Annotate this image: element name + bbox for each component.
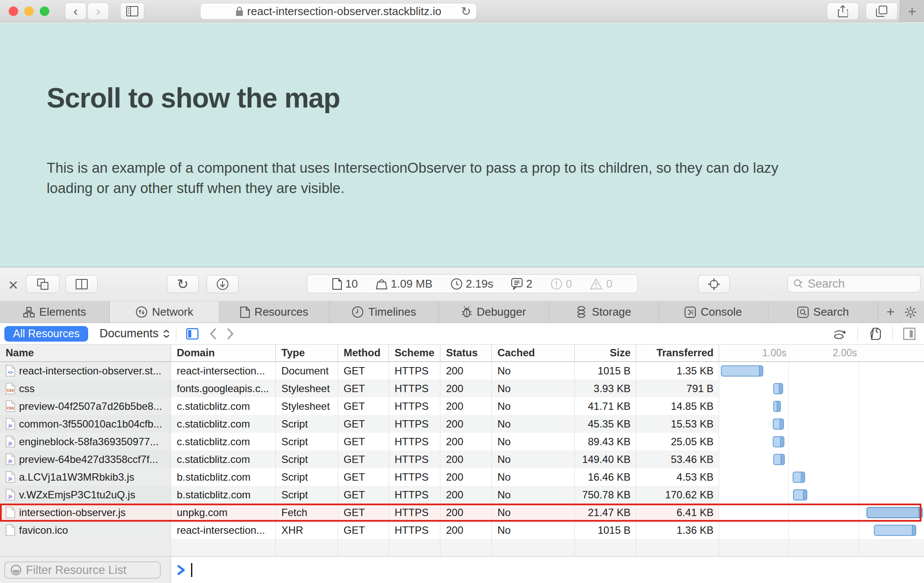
cell-domain[interactable]: b.staticblitz.com [171,468,276,486]
new-tab-button[interactable]: + [900,0,924,22]
tab-search[interactable]: Search [768,301,878,323]
waterfall-bar[interactable] [867,507,923,518]
cell-domain[interactable]: fonts.googleapis.c... [171,380,276,397]
cell-domain[interactable]: b.staticblitz.com [171,486,276,504]
cell-waterfall[interactable] [719,450,924,468]
download-button[interactable] [207,275,239,293]
cell-status[interactable]: 200 [440,397,492,415]
cell-cached[interactable]: No [492,415,575,433]
waterfall-bar[interactable] [773,454,785,465]
waterfall-bar[interactable] [874,525,916,536]
table-row[interactable]: jsengineblock-58fa369350977...c.staticbl… [0,433,924,450]
cell-scheme[interactable]: HTTPS [389,380,440,397]
cell-name[interactable]: favicon.ico [0,521,171,539]
reload-page-button[interactable]: ↻ [167,275,199,293]
cell-transferred[interactable]: 14.85 KB [636,397,719,415]
cell-status[interactable]: 200 [440,468,492,486]
cell-method[interactable]: GET [338,433,389,450]
cell-method[interactable]: GET [338,504,389,521]
cell-size[interactable]: 1015 B [575,521,636,539]
tab-elements[interactable]: Elements [0,301,110,323]
history-forward-button[interactable] [226,327,234,340]
cell-method[interactable]: GET [338,397,389,415]
add-panel-button[interactable]: + [886,304,895,320]
cell-cached[interactable]: No [492,521,575,539]
cell-cached[interactable]: No [492,362,575,380]
cell-size[interactable]: 21.47 KB [575,504,636,521]
dock-side-button[interactable] [66,275,98,293]
column-header-status[interactable]: Status [440,345,492,361]
zoom-window-button[interactable] [40,6,49,16]
cell-scheme[interactable]: HTTPS [389,468,440,486]
waterfall-bar[interactable] [793,489,807,501]
cell-type[interactable]: Stylesheet [276,397,338,415]
cell-waterfall[interactable] [719,380,924,397]
details-sidebar-toggle[interactable] [186,327,199,340]
cell-scheme[interactable]: HTTPS [389,362,440,380]
share-button[interactable] [827,3,859,20]
cell-size[interactable]: 16.46 KB [575,468,636,486]
cell-domain[interactable]: c.staticblitz.com [171,415,276,433]
cell-status[interactable]: 200 [440,362,492,380]
tab-overview-button[interactable] [866,3,898,20]
cell-transferred[interactable]: 15.53 KB [636,415,719,433]
cell-domain[interactable]: react-intersection... [171,521,276,539]
cell-cached[interactable]: No [492,468,575,486]
table-row[interactable]: csscssfonts.googleapis.c...StylesheetGET… [0,380,924,397]
cell-method[interactable]: GET [338,468,389,486]
waterfall-bar[interactable] [721,365,763,377]
cell-name[interactable]: csspreview-04f2507a7d26b5be8... [0,397,171,415]
cell-type[interactable]: Stylesheet [276,380,338,397]
filter-resource-input[interactable]: Filter Resource List [4,561,161,579]
cell-status[interactable]: 200 [440,415,492,433]
tab-resources[interactable]: Resources [220,301,329,323]
cell-status[interactable]: 200 [440,433,492,450]
table-row[interactable]: jspreview-64be427d3358ccf7f...c.staticbl… [0,450,924,468]
cell-cached[interactable]: No [492,397,575,415]
sidebar-toggle-button[interactable] [120,3,144,20]
close-window-button[interactable] [9,6,18,16]
cell-size[interactable]: 149.40 KB [575,450,636,468]
cell-name[interactable]: jscommon-3f550010ac1b04cfb... [0,415,171,433]
cell-type[interactable]: Fetch [276,504,338,521]
cell-cached[interactable]: No [492,450,575,468]
cell-type[interactable]: XHR [276,521,338,539]
column-header-size[interactable]: Size [575,345,636,361]
cell-type[interactable]: Script [276,450,338,468]
reload-icon[interactable]: ↻ [461,4,471,19]
cell-status[interactable]: 200 [440,504,492,521]
column-header-method[interactable]: Method [338,345,389,361]
clear-cache-button[interactable] [832,327,848,341]
cell-status[interactable]: 200 [440,450,492,468]
column-header-scheme[interactable]: Scheme [389,345,440,361]
close-devtools-button[interactable]: ✕ [8,278,19,293]
tab-storage[interactable]: Storage [549,301,659,323]
table-row[interactable]: jscommon-3f550010ac1b04cfb...c.staticbli… [0,415,924,433]
devtools-search-field[interactable]: Search [787,275,921,292]
table-row[interactable]: favicon.icoreact-intersection...XHRGETHT… [0,521,924,539]
history-back-button[interactable] [209,327,217,340]
cell-waterfall[interactable] [719,486,924,504]
import-har-button[interactable] [867,327,883,341]
cell-transferred[interactable]: 53.46 KB [636,450,719,468]
cell-waterfall[interactable] [719,397,924,415]
cell-method[interactable]: GET [338,362,389,380]
cell-transferred[interactable]: 1.36 KB [636,521,719,539]
cell-cached[interactable]: No [492,486,575,504]
waterfall-bar[interactable] [773,401,781,412]
cell-status[interactable]: 200 [440,486,492,504]
cell-size[interactable]: 41.71 KB [575,397,636,415]
cell-domain[interactable]: unpkg.com [171,504,276,521]
waterfall-bar[interactable] [793,472,805,483]
cell-transferred[interactable]: 25.05 KB [636,433,719,450]
tab-network[interactable]: Network [110,301,220,323]
cell-type[interactable]: Script [276,486,338,504]
cell-waterfall[interactable] [719,362,924,380]
cell-name[interactable]: jsa.LCVj1a1W3MRbkib3.js [0,468,171,486]
cell-scheme[interactable]: HTTPS [389,521,440,539]
minimize-window-button[interactable] [24,6,34,16]
cell-size[interactable]: 89.43 KB [575,433,636,450]
cell-domain[interactable]: react-intersection... [171,362,276,380]
settings-gear-icon[interactable] [904,306,917,319]
cell-type[interactable]: Document [276,362,338,380]
